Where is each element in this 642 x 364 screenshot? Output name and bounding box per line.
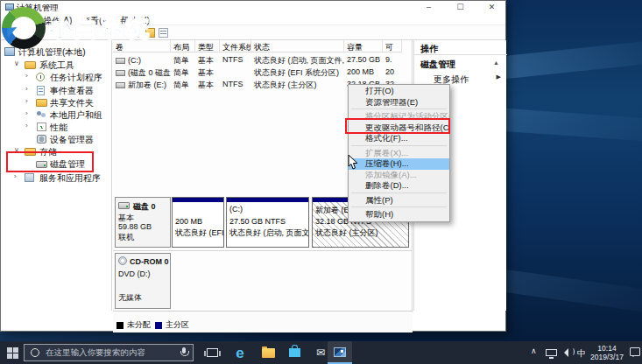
menu-item-delete-volume[interactable]: 删除卷(D)... <box>349 180 449 192</box>
edge-icon: e <box>236 346 243 360</box>
maximize-button[interactable]: ☐ <box>446 1 475 14</box>
file-explorer-icon <box>262 348 275 358</box>
collapse-icon[interactable]: ▲ <box>493 60 499 66</box>
col-capacity[interactable]: 容量 <box>344 40 383 52</box>
console-tree: 计算机管理(本地) ∨ 系统工具 › 任务计划程序 › 事件查看器 › 共享文件… <box>1 40 112 311</box>
col-type[interactable]: 类型 <box>195 40 220 52</box>
menu-item-shrink-volume[interactable]: 压缩卷(H)... <box>349 158 449 170</box>
computer-management-taskbar-button[interactable] <box>328 341 352 364</box>
mouse-cursor <box>348 155 358 170</box>
primary-partition-stripe <box>227 198 308 202</box>
ime-indicator[interactable]: 中 <box>577 347 586 360</box>
annotation-box-disk-management <box>6 151 94 172</box>
file-explorer-button[interactable] <box>256 341 280 364</box>
disk-icon <box>118 202 130 209</box>
menu-item-help[interactable]: 帮助(H) <box>349 209 449 220</box>
folder-icon <box>25 61 36 69</box>
context-menu-separator <box>349 144 449 148</box>
speaker-wave-icon <box>569 347 575 356</box>
hidden-icons-chevron[interactable]: ∧ <box>531 346 537 355</box>
mail-icon: ✉ <box>316 347 325 358</box>
task-view-button[interactable] <box>200 341 224 364</box>
col-layout[interactable]: 布局 <box>171 40 195 52</box>
menu-item-open[interactable]: 打开(O) <box>349 86 449 97</box>
chevron-collapsed-icon[interactable]: › <box>25 85 28 93</box>
watermark: 小白系统 <box>2 7 151 49</box>
action-center-icon[interactable] <box>630 347 640 356</box>
chevron-expanded-icon[interactable]: ∨ <box>14 60 19 67</box>
volume-table-header: 卷 布局 类型 文件系统 状态 容量 可 <box>113 40 409 52</box>
chevron-collapsed-icon[interactable]: › <box>25 72 28 80</box>
chevron-collapsed-icon[interactable]: › <box>25 97 28 105</box>
store-button[interactable] <box>282 341 307 364</box>
actions-divider <box>414 54 507 55</box>
menu-item-properties[interactable]: 属性(P) <box>349 195 449 206</box>
col-status[interactable]: 状态 <box>251 40 344 52</box>
taskbar-clock[interactable]: 10:14 2019/3/17 <box>589 344 625 361</box>
network-icon[interactable] <box>546 349 557 356</box>
log-page-icon <box>37 86 45 95</box>
cortana-icon <box>31 348 39 357</box>
primary-partition-stripe <box>173 198 223 202</box>
clock-icon <box>36 73 45 81</box>
menu-item-explorer[interactable]: 资源管理器(E) <box>349 97 449 108</box>
menu-item-add-mirror: 添加镜像(A)... <box>349 170 449 181</box>
context-menu-separator <box>349 206 449 209</box>
store-icon <box>289 348 300 357</box>
primary-partition-color-swatch <box>155 322 162 329</box>
context-menu-separator <box>349 192 449 195</box>
actions-title: 操作 <box>420 43 438 55</box>
screen: 计算机管理 – ☐ ✕ 文件(F) 操作(A) 查看(V) 帮助(H) ◀ ▶ … <box>0 0 642 364</box>
clock-time: 10:14 <box>589 344 625 353</box>
col-filesystem[interactable]: 文件系统 <box>220 40 251 52</box>
volume-context-menu: 打开(O) 资源管理器(E) 将分区标记为活动分区(M) 更改驱动器号和路径(C… <box>348 84 450 222</box>
chevron-collapsed-icon[interactable]: › <box>14 172 17 180</box>
legend-primary-partition: 主分区 <box>155 319 189 331</box>
drive-icon <box>116 70 125 76</box>
device-manager-icon <box>37 135 46 144</box>
partition-efi[interactable]: 200 MB 状态良好 (EFI 系统分区) <box>172 197 224 248</box>
speaker-icon[interactable] <box>562 348 568 357</box>
annotation-box-change-drive-letter <box>345 118 450 134</box>
legend-bar: 未分配 主分区 <box>113 311 413 332</box>
context-menu-separator <box>349 108 449 111</box>
cd-icon <box>118 256 127 265</box>
minimize-button[interactable]: – <box>414 1 443 14</box>
start-button[interactable] <box>0 341 24 364</box>
services-icon <box>25 173 34 182</box>
clock-date: 2019/3/17 <box>589 353 625 361</box>
drive-icon <box>116 82 125 88</box>
taskbar: 在这里输入你要搜索的内容 e ✉ ∧ 中 10:14 2019/3/17 <box>0 341 642 364</box>
disk-row-separator <box>113 250 413 251</box>
partition-c[interactable]: (C:) 27.50 GB NTFS 状态良好 (启动, 页面文件, 故障转储,… <box>226 197 309 248</box>
legend-unallocated: 未分配 <box>116 319 151 331</box>
cdrom-label-box[interactable]: CD-ROM 0 DVD (D:) 无媒体 <box>115 253 171 309</box>
close-button[interactable]: ✕ <box>477 1 506 14</box>
menu-item-extend-volume: 扩展卷(X)... <box>349 148 449 159</box>
xiaobai-logo-icon <box>2 7 46 49</box>
volume-row-efi[interactable]: (磁盘 0 磁盘分区 1) 简单 基本 状态良好 (EFI 系统分区) 200 … <box>113 66 409 78</box>
unallocated-color-swatch <box>116 322 123 329</box>
computer-management-icon <box>334 347 346 357</box>
chevron-collapsed-icon[interactable]: › <box>25 122 28 130</box>
search-placeholder: 在这里输入你要搜索的内容 <box>46 347 179 359</box>
microphone-icon[interactable] <box>179 347 189 358</box>
drive-icon <box>116 58 125 64</box>
col-free[interactable]: 可 <box>383 40 402 52</box>
shared-folder-icon <box>36 99 47 107</box>
actions-group-disk-management[interactable]: 磁盘管理 <box>420 59 455 71</box>
watermark-text: 小白系统 <box>49 12 151 44</box>
task-view-icon <box>207 348 218 357</box>
menu-item-format[interactable]: 格式化(F)... <box>349 133 449 144</box>
volume-row-c[interactable]: (C:) 简单 基本 NTFS 状态良好 (启动, 页面文件, 故障转储, 主分… <box>113 53 409 66</box>
submenu-arrow-icon: ▶ <box>497 74 501 80</box>
list-view-icon[interactable] <box>159 28 168 38</box>
taskbar-search-box[interactable]: 在这里输入你要搜索的内容 <box>24 344 194 361</box>
chevron-collapsed-icon[interactable]: › <box>25 109 28 117</box>
windows-logo-icon <box>7 347 18 359</box>
users-icon <box>36 110 46 119</box>
edge-button[interactable]: e <box>228 341 252 364</box>
disk0-label-box[interactable]: 磁盘 0 基本 59.88 GB 联机 <box>115 197 171 248</box>
performance-chart-icon <box>37 122 46 131</box>
